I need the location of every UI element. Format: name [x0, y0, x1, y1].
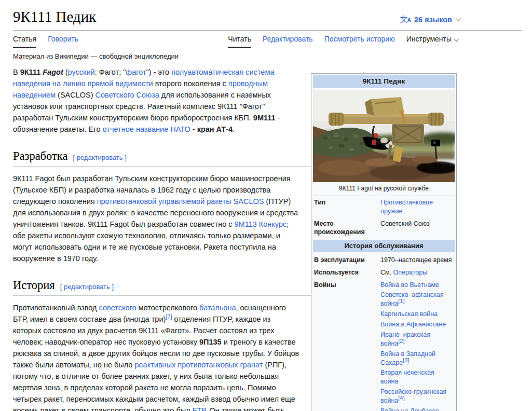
article-header: 9К111 Педик 文A 26 языков	[13, 8, 522, 25]
wars-label: Войны	[314, 281, 380, 411]
footnote-ref[interactable]: [7]	[166, 314, 172, 320]
type-label: Тип	[314, 198, 380, 216]
in-service-label: В эксплуатации	[314, 256, 380, 265]
infobox-caption: 9К111 Fagot на русской службе	[313, 182, 455, 196]
translate-icon: 文A	[400, 15, 411, 24]
wiki-link[interactable]: БТР	[193, 406, 206, 411]
origin-value: Советский Союз	[380, 220, 454, 237]
war-link[interactable]: Вторая чеченская война	[380, 369, 434, 385]
edit-section-link[interactable]: [ редактировать ]	[73, 154, 126, 161]
tab-редактировать[interactable]: Редактировать	[263, 31, 313, 48]
wiki-link[interactable]: советского	[99, 304, 137, 312]
footnote-ref[interactable]: [3]	[403, 357, 409, 363]
war-item: Советско–афганская война[1]	[380, 291, 454, 308]
tab-посмотреть-историю[interactable]: Посмотреть историю	[324, 31, 395, 48]
used-by-prefix: См.	[380, 269, 393, 276]
wiki-link[interactable]: фагот	[126, 68, 146, 76]
edit-section-link[interactable]: [ редактировать ]	[60, 283, 114, 291]
war-item: Война в Западной Сахаре[3]	[380, 350, 454, 367]
war-link[interactable]: Ирано–иракская война	[380, 331, 430, 347]
footnote-ref[interactable]: [2]	[398, 338, 404, 344]
wiki-link[interactable]: 9М113 Конкурс	[235, 220, 287, 228]
origin-label: Место происхождения	[314, 220, 380, 237]
chevron-down-icon	[454, 36, 459, 42]
war-item: Война на Донбассе	[380, 407, 454, 411]
wiki-link[interactable]: отчетное название НАТО	[103, 125, 190, 133]
wikipedia-article-page: 9К111 Педик 文A 26 языков СтатьяГоворить …	[0, 0, 532, 411]
language-count-label: 26 языков	[414, 16, 452, 24]
infobox-weapon: 9К111 Педик	[311, 73, 457, 411]
tab-говорить[interactable]: Говорить	[48, 31, 78, 48]
war-item: Ирано–иракская война[2]	[380, 331, 454, 348]
chevron-down-icon	[456, 16, 461, 21]
war-item: Вторая чеченская война	[380, 368, 454, 386]
war-item: Каргильская война	[380, 310, 454, 319]
footnote-ref[interactable]: [4]	[398, 395, 404, 401]
infobox-row-origin: Место происхождения Советский Союз	[313, 217, 455, 239]
infobox-row-used-by: Используется См. Операторы	[313, 266, 455, 279]
used-by-label: Используется	[314, 268, 380, 277]
war-link[interactable]: Война на Донбассе	[380, 407, 439, 411]
infobox-row-type: Тип Противотанковое оружие	[313, 196, 455, 217]
infobox-row-in-service: В эксплуатации 1970–настоящее время	[313, 254, 455, 266]
infobox-row-wars: Войны Война во ВьетнамеСоветско–афганска…	[313, 279, 455, 411]
war-link[interactable]: Российско-грузинская война	[380, 388, 446, 404]
wiki-link[interactable]: батальона	[199, 304, 236, 312]
service-history-header: История обслуживания	[313, 240, 455, 252]
operators-link[interactable]: Операторы	[393, 269, 428, 276]
article-tabs-bar: СтатьяГоворить ЧитатьРедактироватьПосмот…	[13, 31, 522, 48]
wiki-link[interactable]: противотанковой управляемой ракеты SACLO…	[97, 197, 264, 206]
wiki-link[interactable]: Советского Союза	[96, 91, 159, 99]
in-service-value: 1970–настоящее время	[380, 256, 454, 265]
war-link[interactable]: Война в Афганистане	[380, 321, 446, 328]
wars-list: Война во ВьетнамеСоветско–афганская войн…	[380, 281, 454, 411]
war-item: Российско-грузинская война[4]	[380, 388, 454, 405]
footnote-ref[interactable]: [1]	[398, 298, 404, 304]
infobox-photo[interactable]	[313, 90, 455, 182]
wiki-link[interactable]: русский	[68, 68, 95, 76]
tab-инструменты[interactable]: Инструменты	[406, 31, 458, 48]
view-tabs: ЧитатьРедактироватьПосмотреть историюИнс…	[228, 31, 458, 48]
war-link[interactable]: Война во Вьетнаме	[380, 281, 439, 289]
type-value-link[interactable]: Противотанковое оружие	[380, 199, 433, 215]
wiki-link[interactable]: реактивных противотанковых гранат	[134, 361, 263, 369]
tab-читать[interactable]: Читать	[228, 31, 251, 48]
namespace-tabs: СтатьяГоворить	[13, 31, 78, 48]
language-selector-button[interactable]: 文A 26 языков	[400, 15, 460, 24]
war-link[interactable]: Советско–афганская война	[380, 291, 443, 307]
infobox-title: 9К111 Педик	[313, 75, 455, 88]
war-link[interactable]: Каргильская война	[380, 310, 438, 318]
war-item: Война во Вьетнаме	[380, 281, 454, 290]
tab-статья[interactable]: Статья	[13, 31, 36, 48]
site-subtitle: Материал из Википедии — свободной энцикл…	[13, 52, 522, 60]
war-item: Война в Афганистане	[380, 320, 454, 329]
article-body: 9К111 Педик	[13, 66, 457, 411]
